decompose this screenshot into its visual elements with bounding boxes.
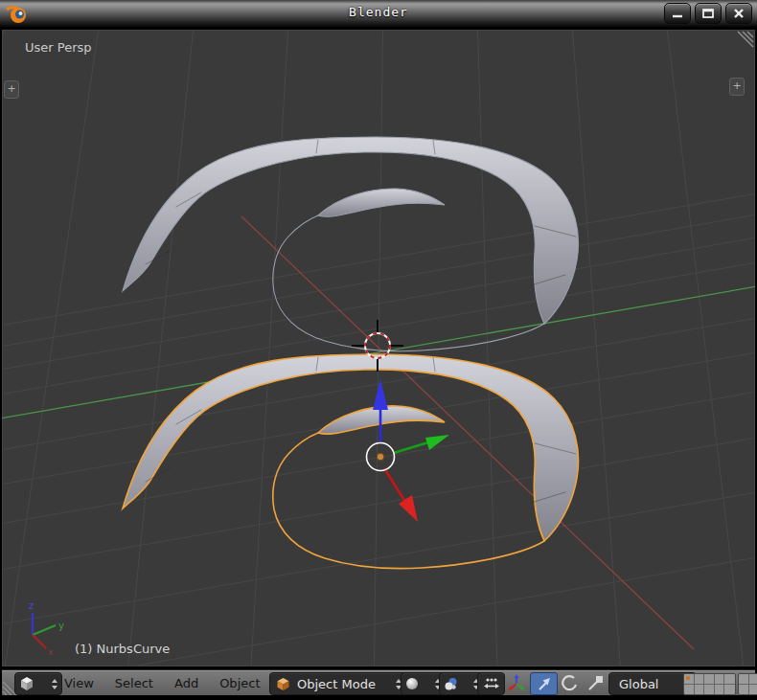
layer-cell[interactable] (715, 685, 725, 695)
properties-expand-button[interactable]: + (729, 78, 745, 96)
object-origin-dot (377, 453, 384, 461)
menu-add[interactable]: Add (164, 676, 209, 690)
layer-buttons-group-2 (738, 673, 757, 695)
area-resize-grip-topright[interactable] (738, 32, 753, 47)
layer-cell[interactable] (749, 674, 757, 685)
manipulator-z-arrow[interactable] (373, 379, 388, 410)
layer-cell[interactable] (695, 674, 705, 685)
layer-buttons-group-1 (683, 673, 736, 695)
center-points-icon (483, 676, 500, 691)
scale-square-icon (586, 674, 604, 691)
center-points-toggle[interactable] (477, 672, 505, 695)
manipulator-x-arrow[interactable] (399, 495, 418, 522)
manipulator-x-shaft[interactable] (384, 468, 405, 502)
orientation-dropdown-label: Global (619, 677, 658, 691)
mode-dropdown-label: Object Mode (297, 677, 376, 691)
rotate-manipulator-button[interactable] (557, 672, 582, 693)
toolshelf-expand-button[interactable]: + (4, 80, 19, 99)
transform-manipulator (367, 379, 450, 522)
translate-manipulator-button[interactable] (530, 672, 558, 695)
gizmo-y-label: y (58, 621, 64, 631)
gizmo-z-label: z (29, 600, 34, 611)
layer-cell[interactable] (715, 674, 725, 685)
menu-select[interactable]: Select (104, 676, 164, 690)
layer-cell[interactable] (704, 674, 715, 685)
translate-arrow-icon (536, 675, 553, 692)
layer-cell[interactable] (724, 674, 735, 685)
layer-cell[interactable] (749, 685, 757, 695)
editor-3dview-cube-icon (19, 676, 34, 691)
menu-view[interactable]: View (54, 676, 104, 690)
header-menus: View Select Add Object (54, 670, 270, 695)
viewport-header: View Select Add Object Object Mode (2, 669, 755, 695)
manipulator-y-shaft[interactable] (394, 442, 428, 453)
manipulator-axes-icon (507, 674, 526, 692)
layer-cell[interactable] (724, 685, 735, 695)
object-mode-cube-icon (276, 677, 290, 691)
menu-object[interactable]: Object (209, 676, 270, 690)
layer-active-dot (686, 676, 690, 680)
nurbs-surface-unselected[interactable] (123, 137, 579, 351)
object-info-label: (1) NurbsCurve (75, 642, 170, 656)
layer-cell[interactable] (739, 674, 749, 685)
layer-cell[interactable] (684, 685, 695, 695)
layer-cell[interactable] (739, 685, 749, 695)
rotate-arc-icon (561, 674, 578, 691)
x-axis-line (241, 216, 694, 649)
blender-window: { "titlebar": { "title": "Blender" }, "v… (0, 0, 757, 700)
axis-orientation-gizmo: z y x (29, 600, 64, 657)
shading-sphere-icon (405, 677, 419, 690)
3d-scene[interactable]: z y x (0, 0, 757, 700)
mode-dropdown[interactable]: Object Mode (269, 672, 408, 695)
layer-cell[interactable] (704, 685, 715, 695)
scale-manipulator-button[interactable] (583, 672, 608, 693)
pivot-point-icon (444, 677, 458, 691)
manipulator-toggle[interactable] (504, 672, 529, 693)
layer-cell[interactable] (695, 685, 705, 695)
gizmo-x-label: x (48, 647, 54, 657)
view-mode-label: User Persp (25, 40, 92, 55)
layer-cell[interactable] (684, 674, 695, 685)
